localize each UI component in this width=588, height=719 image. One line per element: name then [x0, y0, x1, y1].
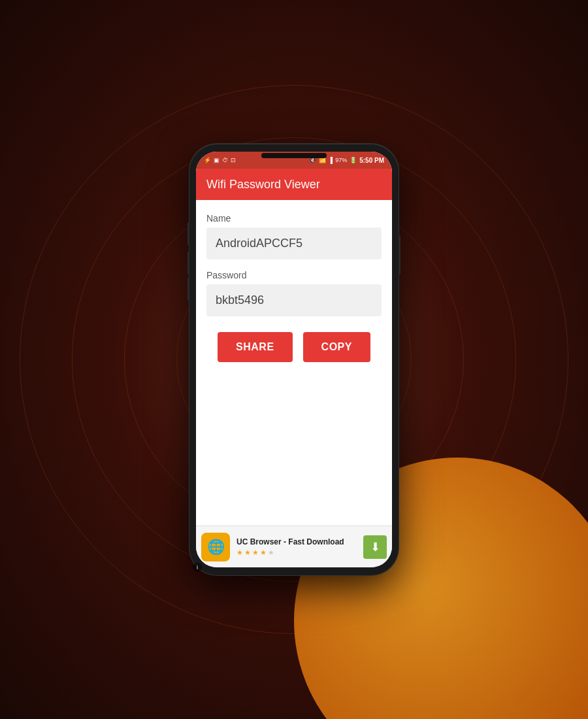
alarm-icon: ⏱	[222, 157, 228, 163]
signal-icon: ▐	[329, 157, 333, 163]
battery-percent: 97%	[335, 157, 347, 163]
app-title: Wifi Password Viewer	[206, 178, 320, 192]
usb-icon: ⚡	[204, 157, 211, 163]
action-buttons: SHARE COPY	[206, 332, 382, 362]
nfc-icon: ⊡	[231, 157, 236, 163]
status-time: 5:50 PM	[359, 157, 384, 164]
battery-icon: 🔋	[350, 157, 357, 163]
ad-stars: ★ ★ ★ ★ ★	[237, 548, 357, 557]
star-2: ★	[244, 548, 251, 557]
ad-app-icon: 🌐	[201, 533, 230, 561]
ad-banner[interactable]: 🌐 UC Browser - Fast Download ★ ★ ★ ★ ★ ⬇…	[196, 526, 392, 567]
password-label: Password	[206, 270, 382, 280]
password-value: bkbt5496	[206, 284, 382, 316]
star-3: ★	[252, 548, 259, 557]
name-label: Name	[206, 213, 382, 224]
star-1: ★	[237, 548, 243, 557]
screenshot-icon: ▣	[214, 157, 220, 163]
name-value: AndroidAPCCF5	[206, 227, 382, 259]
app-toolbar: Wifi Password Viewer	[196, 169, 392, 200]
share-button[interactable]: SHARE	[218, 332, 293, 362]
phone-screen: ⚡ ▣ ⏱ ⊡ 🔇 📶 ▐ 97% 🔋 5:50 PM Wifi Passwor…	[196, 152, 392, 567]
info-badge: i	[196, 563, 202, 567]
ad-icon-char: 🌐	[207, 539, 225, 556]
star-5: ★	[268, 548, 274, 557]
ad-info: UC Browser - Fast Download ★ ★ ★ ★ ★	[237, 537, 357, 557]
ad-title: UC Browser - Fast Download	[237, 537, 357, 546]
download-icon: ⬇	[370, 540, 380, 554]
status-bar-left: ⚡ ▣ ⏱ ⊡	[204, 157, 236, 163]
star-4: ★	[260, 548, 267, 557]
phone-notch	[261, 153, 327, 158]
phone-frame: ⚡ ▣ ⏱ ⊡ 🔇 📶 ▐ 97% 🔋 5:50 PM Wifi Passwor…	[189, 144, 399, 575]
phone-container: ⚡ ▣ ⏱ ⊡ 🔇 📶 ▐ 97% 🔋 5:50 PM Wifi Passwor…	[189, 144, 399, 575]
copy-button[interactable]: COPY	[303, 332, 370, 362]
ad-download-button[interactable]: ⬇	[363, 535, 387, 559]
app-content: Name AndroidAPCCF5 Password bkbt5496 SHA…	[196, 200, 392, 526]
